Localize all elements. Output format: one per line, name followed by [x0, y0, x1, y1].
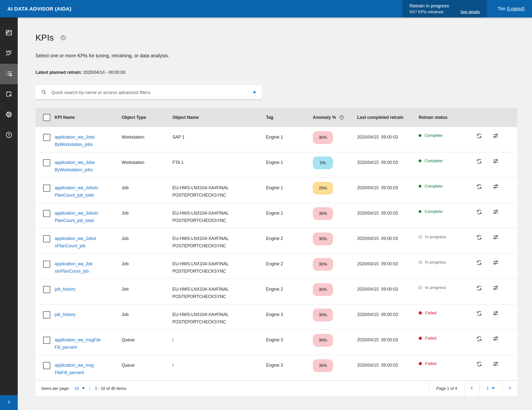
tune-sliders-icon[interactable] [492, 285, 499, 304]
anomaly-info-icon[interactable] [339, 115, 344, 120]
sidebar-expand-button[interactable] [0, 395, 18, 410]
last-retrain-cell: 2020/04/15 09:00:03 [357, 203, 419, 228]
retrain-refresh-icon[interactable] [476, 310, 482, 330]
status-label: Complete [425, 133, 443, 138]
retrain-refresh-icon[interactable] [476, 133, 482, 152]
row-checkbox[interactable] [43, 311, 50, 318]
status-label: In progress [425, 235, 446, 239]
row-checkbox[interactable] [43, 134, 50, 141]
kpi-name-link[interactable]: application_wa_msgFile Fill_percent [55, 337, 101, 350]
kpi-name-link[interactable]: application_wa_JobsIn PlanCount_job_tota… [55, 185, 98, 198]
app-title: AI DATA ADVISOR (AIDA) [7, 6, 71, 12]
previous-page-button[interactable] [465, 381, 479, 396]
sidebar-item-kpi-list[interactable] [0, 64, 18, 84]
anomaly-badge: 30% [313, 334, 333, 347]
footer-divider: | [89, 386, 90, 391]
tune-sliders-icon[interactable] [492, 183, 499, 203]
last-retrain-cell: 2020/04/15 09:00:03 [357, 279, 419, 304]
info-icon[interactable] [60, 35, 66, 41]
tag-cell: Engine 2 [266, 228, 313, 253]
retrain-refresh-icon[interactable] [476, 259, 482, 279]
object-name-cell: SAP 1 [172, 127, 266, 152]
see-details-link[interactable]: See details [460, 10, 480, 14]
row-checkbox[interactable] [43, 261, 50, 268]
search-input[interactable] [51, 90, 253, 95]
row-checkbox[interactable] [43, 185, 50, 192]
retrain-refresh-icon[interactable] [476, 183, 482, 203]
items-per-page-select[interactable]: 10 [75, 386, 85, 391]
kpi-name-link[interactable]: application_wa_msg FileFill_percent [55, 363, 94, 375]
settings-gear-icon [5, 111, 13, 119]
kpi-name-link[interactable]: application_wa_JobsI nPlanCount_job [55, 236, 96, 248]
tune-sliders-icon[interactable] [492, 335, 499, 355]
sidebar-item-help[interactable]: ? [0, 125, 18, 145]
sidebar-item-dashboard[interactable] [0, 23, 18, 43]
tune-sliders-icon[interactable] [492, 234, 499, 253]
retrain-refresh-icon[interactable] [476, 234, 482, 253]
object-type-cell: Job [122, 279, 172, 304]
kpi-trend-icon: 123 [5, 49, 13, 58]
column-header-retrain-status: Retrain status [419, 114, 476, 121]
latest-retrain-value: 2020/04/14 - 00:00:00 [83, 70, 125, 75]
column-header-kpi-name: KPI Name [55, 114, 122, 121]
table-row: application_wa_Jobs ByWorkstation_jobs W… [35, 152, 517, 178]
advanced-filters-dropdown-icon[interactable] [253, 90, 256, 95]
kpi-name-link[interactable]: application_wa_Job sInPlanCount_job [55, 261, 93, 274]
tune-sliders-icon[interactable] [492, 158, 499, 177]
kpi-name-link[interactable]: application_wa_Jobs ByWorkstation_jobs [55, 135, 95, 147]
sidebar-item-settings[interactable] [0, 105, 18, 125]
select-all-checkbox[interactable] [43, 114, 50, 121]
retrain-status: In progress [419, 235, 476, 239]
anomaly-header-label: Anomaly % [313, 114, 336, 121]
row-checkbox[interactable] [43, 235, 50, 242]
logout-link[interactable]: Logout [508, 6, 523, 11]
last-retrain-cell: 2020/04/15 09:00:03 [357, 304, 419, 330]
retrain-status: Failed [419, 362, 476, 366]
tag-cell: Engine 3 [266, 355, 313, 380]
kpi-name-link[interactable]: job_history [55, 287, 76, 292]
retrain-status: Complete [419, 209, 476, 214]
kpi-name-link[interactable]: application_wa_JobsIn PlanCount_job_tota… [55, 211, 98, 223]
row-checkbox[interactable] [43, 210, 50, 217]
last-retrain-cell: 2020/04/15 09:00:03 [357, 355, 419, 380]
tune-sliders-icon[interactable] [492, 259, 499, 279]
retrain-refresh-icon[interactable] [476, 285, 482, 304]
chevron-left-icon [469, 385, 475, 392]
anomaly-badge: 30% [313, 131, 333, 144]
retrain-refresh-icon[interactable] [476, 158, 482, 177]
tune-sliders-icon[interactable] [492, 209, 499, 228]
kpi-name-link[interactable]: job_history [55, 312, 76, 317]
retrain-refresh-icon[interactable] [476, 361, 482, 380]
row-checkbox[interactable] [43, 362, 50, 369]
kpi-name-link[interactable]: application_wa_Jobs ByWorkstation_jobs [55, 160, 95, 172]
user-name-suffix: ) [523, 6, 525, 11]
sidebar-item-kpi-trend[interactable]: 123 [0, 43, 18, 64]
user-name: Tim ( [498, 6, 508, 11]
row-checkbox[interactable] [43, 159, 50, 166]
column-header-object-name: Object Name [172, 114, 266, 121]
object-type-cell: Job [122, 203, 172, 228]
kpi-table: KPI Name Object Type Object Name Tag Ano… [35, 108, 517, 396]
tag-cell: Engine 2 [266, 254, 313, 279]
tune-sliders-icon[interactable] [492, 133, 499, 152]
retrain-refresh-icon[interactable] [476, 335, 482, 355]
sidebar-item-retrain-plan[interactable] [0, 84, 18, 105]
table-row: application_wa_JobsIn PlanCount_job_tota… [35, 178, 517, 203]
row-checkbox[interactable] [43, 286, 50, 293]
dashboard-icon [5, 29, 13, 37]
last-retrain-cell: 2020/04/15 09:00:03 [357, 127, 419, 152]
retrain-banner-title: Retrain in progress [409, 3, 449, 9]
status-label: Failed [425, 311, 436, 315]
tune-sliders-icon[interactable] [492, 310, 499, 330]
next-page-button[interactable] [502, 381, 517, 396]
retrain-banner-subtitle: 5/57 KPIs retrained [409, 10, 449, 14]
table-header: KPI Name Object Type Object Name Tag Ano… [35, 108, 517, 127]
svg-text:123: 123 [6, 50, 11, 53]
latest-retrain-line: Latest planned retrain: 2020/04/14 - 00:… [35, 69, 532, 75]
last-retrain-cell: 2020/04/15 09:00:03 [357, 152, 419, 177]
tune-sliders-icon[interactable] [492, 361, 499, 380]
row-checkbox[interactable] [43, 337, 50, 344]
page-number-select[interactable]: 1 [479, 381, 502, 396]
last-retrain-cell: 2020/04/15 09:00:03 [357, 178, 419, 203]
retrain-refresh-icon[interactable] [476, 209, 482, 228]
